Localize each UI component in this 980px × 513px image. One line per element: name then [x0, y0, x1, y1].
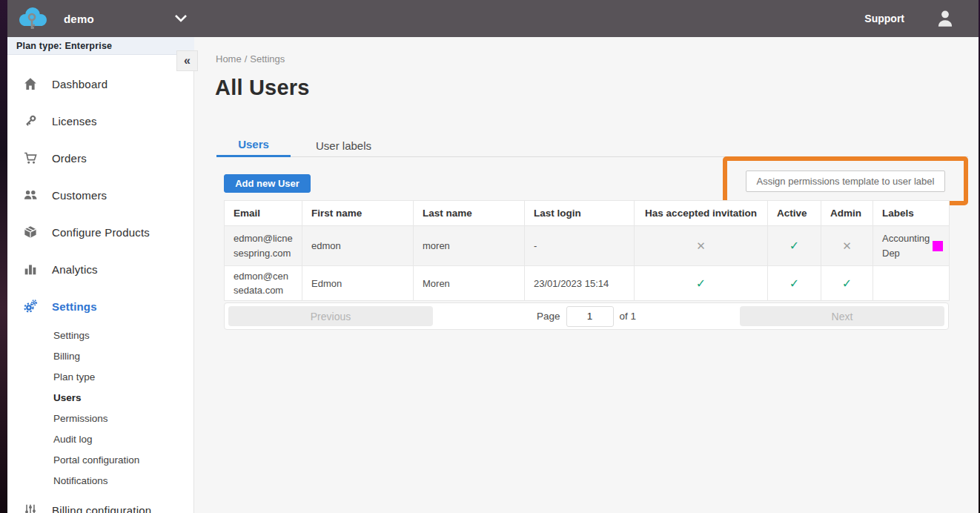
- breadcrumb-settings-link[interactable]: Settings: [250, 53, 285, 64]
- column-header-email: Email: [225, 201, 302, 226]
- home-icon: [24, 77, 37, 90]
- label-color-swatch: [933, 241, 943, 251]
- bar-chart-icon: [24, 262, 37, 276]
- package-icon: [24, 225, 37, 239]
- sidebar-subitem-plan-type[interactable]: Plan type: [53, 366, 193, 387]
- table-header-row: Email First name Last name Last login Ha…: [225, 201, 950, 226]
- topbar: demo Support: [7, 0, 979, 37]
- sidebar-collapse-button[interactable]: «: [176, 50, 198, 71]
- cell-last-name: Moren: [414, 266, 525, 301]
- cell-first-name: Edmon: [302, 266, 414, 301]
- breadcrumb: Home/Settings: [216, 53, 285, 64]
- sidebar-subitem-portal-configuration[interactable]: Portal configuration: [53, 449, 193, 470]
- cell-has-accepted: ✓: [635, 266, 768, 301]
- cell-labels: [873, 266, 950, 301]
- org-name[interactable]: demo: [64, 13, 94, 25]
- cross-icon: ✕: [842, 239, 852, 253]
- people-icon: [24, 188, 37, 202]
- check-icon: ✓: [789, 277, 799, 291]
- column-header-has-accepted-invitation: Has accepted invitation: [635, 201, 768, 226]
- sidebar-item-label: Licenses: [52, 115, 97, 128]
- check-icon: ✓: [789, 239, 799, 253]
- user-label-text: Accounting Dep: [882, 231, 930, 260]
- check-icon: ✓: [842, 277, 852, 291]
- sidebar-item-label: Dashboard: [52, 78, 107, 90]
- tab-user-labels[interactable]: User labels: [291, 133, 397, 157]
- sidebar: « Dashboard Licenses Orders Customers Co…: [7, 55, 194, 513]
- sidebar-item-label: Analytics: [52, 263, 98, 276]
- cell-first-name: edmon: [302, 226, 414, 266]
- sidebar-item-settings[interactable]: Settings: [7, 288, 193, 325]
- collapse-chevrons-icon: «: [184, 54, 191, 67]
- sidebar-subitem-notifications[interactable]: Notifications: [53, 470, 193, 491]
- page-number-input[interactable]: [566, 306, 614, 327]
- cross-icon: ✕: [696, 239, 706, 253]
- sidebar-subitem-settings[interactable]: Settings: [53, 325, 193, 345]
- page-title: All Users: [215, 76, 310, 100]
- breadcrumb-home-link[interactable]: Home: [216, 53, 242, 64]
- gears-icon: [24, 299, 37, 313]
- plan-type-bar: Plan type: Enterprise: [7, 37, 194, 55]
- sidebar-subitem-audit-log[interactable]: Audit log: [53, 428, 193, 449]
- cart-icon: [24, 151, 37, 165]
- table-row[interactable]: edmon@licnesespring.com edmon moren - ✕ …: [225, 226, 950, 266]
- desktop-edge-left: [0, 0, 7, 513]
- sliders-icon: [24, 503, 37, 513]
- column-header-admin: Admin: [821, 201, 873, 226]
- sidebar-subitem-users[interactable]: Users: [53, 387, 193, 408]
- cell-admin: ✕: [821, 226, 873, 266]
- tab-users[interactable]: Users: [216, 133, 291, 157]
- sidebar-item-billing-configuration[interactable]: Billing configuration: [7, 494, 193, 513]
- sidebar-item-dashboard[interactable]: Dashboard: [7, 65, 193, 102]
- sidebar-item-label: Customers: [52, 189, 107, 202]
- check-icon: ✓: [696, 277, 706, 291]
- column-header-active: Active: [768, 201, 821, 226]
- key-icon: [24, 114, 37, 128]
- cell-last-login: 23/01/2023 15:14: [525, 266, 635, 301]
- sidebar-item-label: Billing configuration: [52, 504, 151, 513]
- sidebar-item-orders[interactable]: Orders: [7, 139, 193, 176]
- sidebar-item-licenses[interactable]: Licenses: [7, 102, 193, 139]
- sidebar-item-configure-products[interactable]: Configure Products: [7, 214, 193, 251]
- cell-email: edmon@licnesespring.com: [225, 226, 302, 266]
- column-header-labels: Labels: [873, 201, 950, 226]
- column-header-first-name: First name: [302, 201, 414, 226]
- column-header-last-name: Last name: [414, 201, 525, 226]
- support-link[interactable]: Support: [864, 13, 904, 24]
- sidebar-item-customers[interactable]: Customers: [7, 176, 193, 214]
- cell-email: edmon@censedata.com: [225, 266, 302, 301]
- pagination-bar: Previous Page of 1 Next: [224, 302, 949, 330]
- cloud-key-logo-icon: [16, 4, 49, 33]
- sidebar-item-label: Orders: [52, 152, 87, 165]
- cell-active: ✓: [768, 226, 821, 266]
- plan-type-text: Plan type: Enterprise: [16, 41, 112, 51]
- column-header-last-login: Last login: [525, 201, 635, 226]
- user-account-icon[interactable]: [936, 9, 955, 28]
- cell-last-name: moren: [414, 226, 525, 266]
- previous-page-button[interactable]: Previous: [228, 306, 433, 326]
- sidebar-subitem-billing[interactable]: Billing: [53, 345, 193, 366]
- sidebar-item-label: Configure Products: [52, 226, 150, 239]
- chevron-down-icon[interactable]: [173, 14, 188, 23]
- cell-has-accepted: ✕: [635, 226, 768, 266]
- page-label: Page: [537, 311, 560, 322]
- cell-labels: Accounting Dep: [873, 226, 950, 266]
- sidebar-item-label: Settings: [52, 300, 97, 313]
- cell-last-login: -: [525, 226, 635, 266]
- next-page-button[interactable]: Next: [740, 306, 944, 326]
- breadcrumb-separator: /: [245, 53, 248, 64]
- cell-active: ✓: [768, 266, 821, 301]
- sidebar-subitem-permissions[interactable]: Permissions: [53, 408, 193, 428]
- assign-permissions-template-button[interactable]: Assign permissions template to user labe…: [746, 171, 946, 192]
- annotation-highlight: Assign permissions template to user labe…: [723, 156, 968, 205]
- add-new-user-button[interactable]: Add new User: [224, 174, 311, 193]
- main-content: Home/Settings All Users Users User label…: [194, 37, 979, 513]
- page-count-label: of 1: [620, 311, 637, 322]
- users-table: Email First name Last name Last login Ha…: [224, 200, 950, 301]
- table-row[interactable]: edmon@censedata.com Edmon Moren 23/01/20…: [225, 266, 950, 301]
- sidebar-item-analytics[interactable]: Analytics: [7, 251, 193, 288]
- cell-admin: ✓: [821, 266, 873, 301]
- tab-bar: Users User labels: [216, 133, 968, 157]
